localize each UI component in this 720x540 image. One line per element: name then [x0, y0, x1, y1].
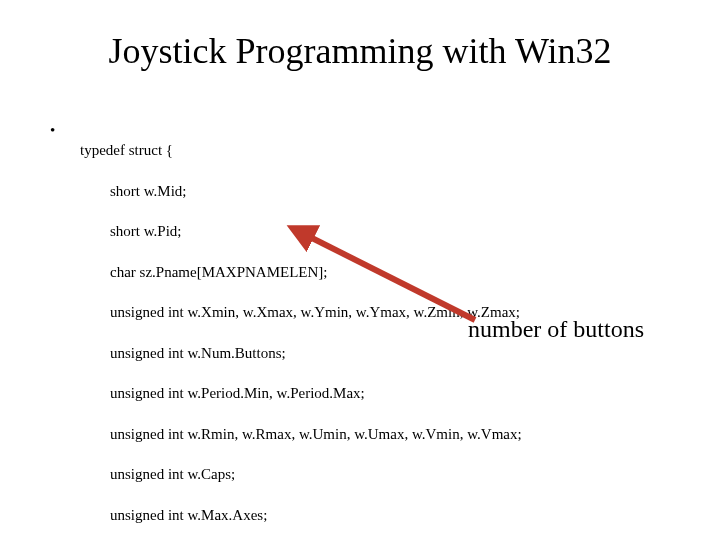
slide: Joystick Programming with Win32 • typede…: [0, 0, 720, 540]
code-line: unsigned int w.Caps;: [80, 464, 522, 484]
code-line: typedef struct {: [80, 140, 522, 160]
code-line: unsigned int w.Max.Axes;: [80, 505, 522, 525]
code-line: char sz.Pname[MAXPNAMELEN];: [80, 262, 522, 282]
code-line: unsigned int w.Num.Buttons;: [80, 343, 522, 363]
bullet-icon: •: [50, 120, 80, 140]
code-block: typedef struct { short w.Mid; short w.Pi…: [80, 120, 522, 540]
code-line: unsigned int w.Xmin, w.Xmax, w.Ymin, w.Y…: [80, 302, 522, 322]
slide-title: Joystick Programming with Win32: [0, 30, 720, 72]
code-line: short w.Mid;: [80, 181, 522, 201]
annotation-label: number of buttons: [468, 316, 644, 343]
code-line: short w.Pid;: [80, 221, 522, 241]
code-line: unsigned int w.Rmin, w.Rmax, w.Umin, w.U…: [80, 424, 522, 444]
code-line: unsigned int w.Period.Min, w.Period.Max;: [80, 383, 522, 403]
